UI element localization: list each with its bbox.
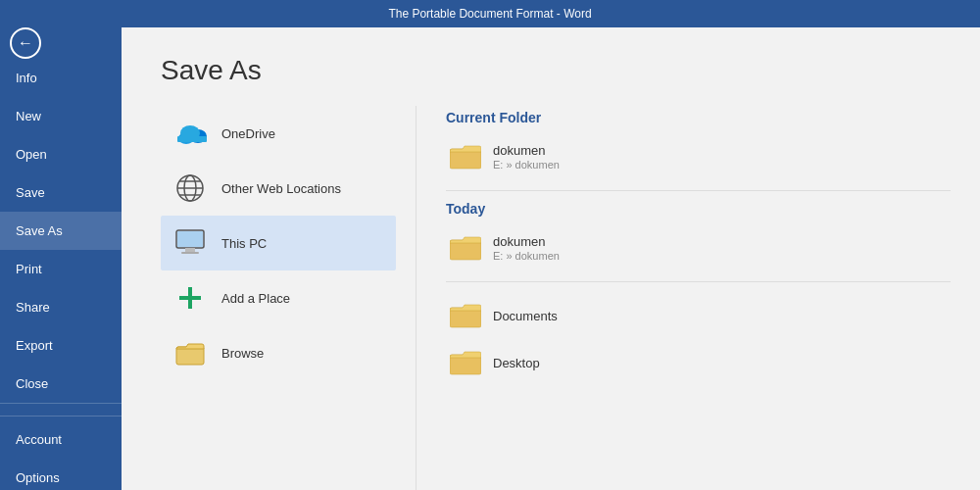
globe-icon bbox=[172, 171, 208, 206]
sidebar-item-save[interactable]: Save bbox=[0, 173, 122, 212]
sidebar-item-new[interactable]: New bbox=[0, 97, 122, 135]
sidebar: ← Info New Open Save Save As Print Share… bbox=[0, 27, 122, 490]
title-bar: The Portable Document Format - Word bbox=[0, 0, 980, 27]
this-pc-label: This PC bbox=[221, 236, 267, 251]
svg-rect-3 bbox=[177, 136, 207, 142]
onedrive-label: OneDrive bbox=[221, 126, 275, 141]
today-folder-item-2[interactable]: Desktop bbox=[446, 339, 951, 386]
section-divider-1 bbox=[446, 190, 951, 191]
sidebar-item-account[interactable]: Account bbox=[0, 420, 122, 459]
svg-rect-14 bbox=[179, 296, 201, 300]
today-title: Today bbox=[446, 201, 951, 217]
today-folder-item-1[interactable]: Documents bbox=[446, 292, 951, 339]
content-body: OneDrive Other Web Locations bbox=[122, 106, 980, 490]
today-folder-item-0[interactable]: dokumen E: » dokumen bbox=[446, 224, 951, 271]
current-folder-path: E: » dokumen bbox=[493, 159, 560, 171]
browse-icon bbox=[172, 335, 208, 370]
locations-panel: OneDrive Other Web Locations bbox=[122, 106, 416, 490]
main-layout: ← Info New Open Save Save As Print Share… bbox=[0, 27, 980, 490]
today-folder-info-2: Desktop bbox=[493, 356, 540, 370]
today-folder-path-0: E: » dokumen bbox=[493, 250, 560, 262]
back-circle-icon: ← bbox=[10, 27, 41, 59]
location-browse[interactable]: Browse bbox=[161, 325, 396, 380]
today-folder-info-0: dokumen E: » dokumen bbox=[493, 234, 560, 262]
sidebar-item-save-as[interactable]: Save As bbox=[0, 212, 122, 250]
location-onedrive[interactable]: OneDrive bbox=[161, 106, 396, 161]
folder-icon bbox=[450, 141, 481, 172]
svg-rect-11 bbox=[185, 248, 195, 252]
add-place-label: Add a Place bbox=[221, 291, 290, 306]
sidebar-item-share[interactable]: Share bbox=[0, 288, 122, 326]
today-folder-name-2: Desktop bbox=[493, 356, 540, 370]
current-folder-name: dokumen bbox=[493, 143, 560, 158]
sidebar-divider bbox=[0, 416, 122, 416]
location-other-web[interactable]: Other Web Locations bbox=[161, 161, 396, 216]
recent-panel: Current Folder dokumen E: » dokumen Toda… bbox=[416, 106, 980, 490]
pc-icon bbox=[172, 225, 208, 261]
today-folder-name-0: dokumen bbox=[493, 234, 560, 249]
folder-icon bbox=[450, 300, 481, 331]
title-text: The Portable Document Format - Word bbox=[388, 7, 591, 21]
section-divider-2 bbox=[446, 281, 951, 282]
svg-rect-15 bbox=[176, 347, 204, 365]
page-title: Save As bbox=[122, 27, 980, 106]
location-this-pc[interactable]: This PC bbox=[161, 216, 396, 270]
sidebar-item-close[interactable]: Close bbox=[0, 365, 122, 403]
sidebar-nav: Info New Open Save Save As Print Share E… bbox=[0, 59, 122, 403]
back-button[interactable]: ← bbox=[0, 27, 51, 59]
sidebar-item-info[interactable]: Info bbox=[0, 59, 122, 97]
sidebar-item-open[interactable]: Open bbox=[0, 135, 122, 173]
content-area: Save As OneDrive bbox=[122, 27, 980, 490]
sidebar-item-options[interactable]: Options bbox=[0, 459, 122, 490]
today-folder-info-1: Documents bbox=[493, 309, 558, 323]
add-place-icon bbox=[172, 280, 208, 316]
folder-icon bbox=[450, 347, 481, 378]
sidebar-item-print[interactable]: Print bbox=[0, 250, 122, 288]
sidebar-item-export[interactable]: Export bbox=[0, 326, 122, 365]
svg-rect-12 bbox=[181, 252, 199, 254]
current-folder-title: Current Folder bbox=[446, 110, 951, 125]
onedrive-icon bbox=[172, 116, 208, 151]
other-web-label: Other Web Locations bbox=[221, 181, 341, 196]
current-folder-info: dokumen E: » dokumen bbox=[493, 143, 560, 171]
current-folder-item-0[interactable]: dokumen E: » dokumen bbox=[446, 133, 951, 180]
today-folder-name-1: Documents bbox=[493, 309, 558, 323]
location-add-place[interactable]: Add a Place bbox=[161, 270, 396, 325]
sidebar-bottom: Account Options bbox=[0, 403, 122, 490]
folder-icon bbox=[450, 232, 481, 264]
svg-rect-10 bbox=[177, 231, 203, 247]
browse-label: Browse bbox=[221, 346, 264, 361]
